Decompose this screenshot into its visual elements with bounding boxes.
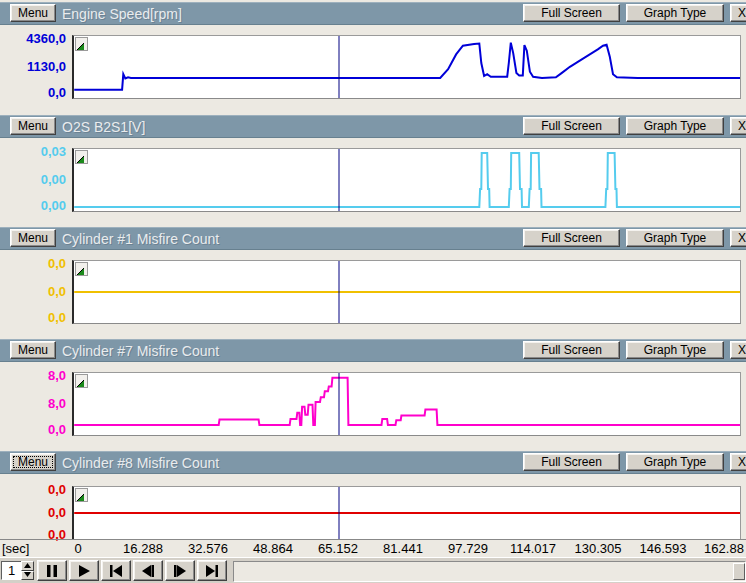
graph-type-button[interactable]: Graph Type [626,453,724,471]
panel-title: Cylinder #8 Misfire Count [62,455,219,471]
panel-cyl1-misfire: Menu Cylinder #1 Misfire Count Full Scre… [0,225,746,337]
close-button[interactable]: X [730,229,746,247]
trigger-marker-icon [75,374,88,388]
time-tick: 162.88 [704,541,744,556]
time-tick: 146.593 [640,541,687,556]
y-cursor-label: 8,0 [0,396,66,411]
step-forward-button[interactable] [165,560,195,581]
speed-up-button[interactable] [21,561,34,571]
menu-button[interactable]: Menu [10,341,56,359]
skip-to-end-icon [203,563,221,579]
scrollbar-thumb[interactable] [733,563,745,580]
panel-title: O2S B2S1[V] [62,119,145,135]
panel-titlebar: Menu Engine Speed[rpm] Full Screen Graph… [0,2,746,25]
full-screen-button[interactable]: Full Screen [523,229,620,247]
y-min-label: 0,0 [0,422,66,437]
y-max-label: 0,03 [0,144,66,159]
plot-area[interactable] [72,260,741,324]
playback-toolbar: 1 [0,557,746,583]
engine-speed-waveform [74,36,740,98]
y-min-label: 0,0 [0,310,66,325]
graph-viewer-window: Menu Engine Speed[rpm] Full Screen Graph… [0,0,746,583]
skip-to-end-button[interactable] [197,560,227,581]
plot-area[interactable] [72,372,741,436]
y-cursor-label: 0,00 [0,172,66,187]
panel-titlebar: Menu Cylinder #1 Misfire Count Full Scre… [0,227,746,250]
graph-type-button[interactable]: Graph Type [626,229,724,247]
full-screen-button[interactable]: Full Screen [523,117,620,135]
pause-button[interactable] [37,560,67,581]
step-back-icon [139,563,157,579]
time-tick: 0 [74,541,81,556]
pause-icon [43,563,61,579]
panel-cyl7-misfire: Menu Cylinder #7 Misfire Count Full Scre… [0,337,746,449]
full-screen-button[interactable]: Full Screen [523,453,620,471]
y-max-label: 0,0 [0,256,66,271]
play-icon [75,563,93,579]
time-tick: 48.864 [253,541,293,556]
cyl1-misfire-waveform [74,261,740,323]
step-back-button[interactable] [133,560,163,581]
y-cursor-label: 0,0 [0,505,66,520]
menu-button[interactable]: Menu [10,229,56,247]
panel-o2s-b2s1: Menu O2S B2S1[V] Full Screen Graph Type … [0,113,746,225]
trigger-marker-icon [75,488,88,502]
step-forward-icon [171,563,189,579]
y-max-label: 4360,0 [0,31,66,46]
time-unit-label: [sec] [2,541,29,556]
panel-titlebar: Menu Cylinder #8 Misfire Count Full Scre… [0,451,746,474]
play-button[interactable] [69,560,99,581]
menu-button[interactable]: Menu [10,117,56,135]
panel-title: Engine Speed[rpm] [62,6,182,22]
panel-engine-speed: Menu Engine Speed[rpm] Full Screen Graph… [0,0,746,113]
close-button[interactable]: X [730,4,746,22]
graph-type-button[interactable]: Graph Type [626,117,724,135]
cyl7-misfire-waveform [74,373,740,435]
plot-area[interactable] [72,486,741,540]
time-tick: 32.576 [188,541,228,556]
cyl8-misfire-waveform [74,487,740,539]
menu-button[interactable]: Menu [10,453,56,471]
panel-title: Cylinder #7 Misfire Count [62,343,219,359]
plot-area[interactable] [72,148,741,212]
y-cursor-label: 0,0 [0,284,66,299]
panel-title: Cylinder #1 Misfire Count [62,231,219,247]
graph-type-button[interactable]: Graph Type [626,341,724,359]
menu-button[interactable]: Menu [10,4,56,22]
close-button[interactable]: X [730,117,746,135]
playback-speed-value[interactable]: 1 [1,561,22,580]
y-min-label: 0,00 [0,198,66,213]
panel-titlebar: Menu Cylinder #7 Misfire Count Full Scre… [0,339,746,362]
y-max-label: 0,0 [0,482,66,497]
y-max-label: 8,0 [0,368,66,383]
close-button[interactable]: X [730,453,746,471]
y-min-label: 0,0 [0,85,66,100]
trigger-marker-icon [75,37,88,51]
time-tick: 81.441 [383,541,423,556]
close-button[interactable]: X [730,341,746,359]
timeline-scrollbar[interactable] [233,561,746,582]
full-screen-button[interactable]: Full Screen [523,4,620,22]
time-tick: 65.152 [318,541,358,556]
panel-cyl8-misfire: Menu Cylinder #8 Misfire Count Full Scre… [0,449,746,539]
graph-type-button[interactable]: Graph Type [626,4,724,22]
full-screen-button[interactable]: Full Screen [523,341,620,359]
time-axis: [sec] 0 16.288 32.576 48.864 65.152 81.4… [0,539,746,558]
trigger-marker-icon [75,150,88,164]
time-tick: 130.305 [575,541,622,556]
time-tick: 97.729 [448,541,488,556]
o2s-waveform [74,149,740,211]
time-tick: 16.288 [123,541,163,556]
time-tick: 114.017 [510,541,556,556]
skip-to-start-button[interactable] [101,560,131,581]
panel-titlebar: Menu O2S B2S1[V] Full Screen Graph Type … [0,115,746,138]
speed-down-button[interactable] [21,571,34,580]
plot-area[interactable] [72,35,741,99]
skip-to-start-icon [107,563,125,579]
trigger-marker-icon [75,262,88,276]
y-cursor-label: 1130,0 [0,59,66,74]
